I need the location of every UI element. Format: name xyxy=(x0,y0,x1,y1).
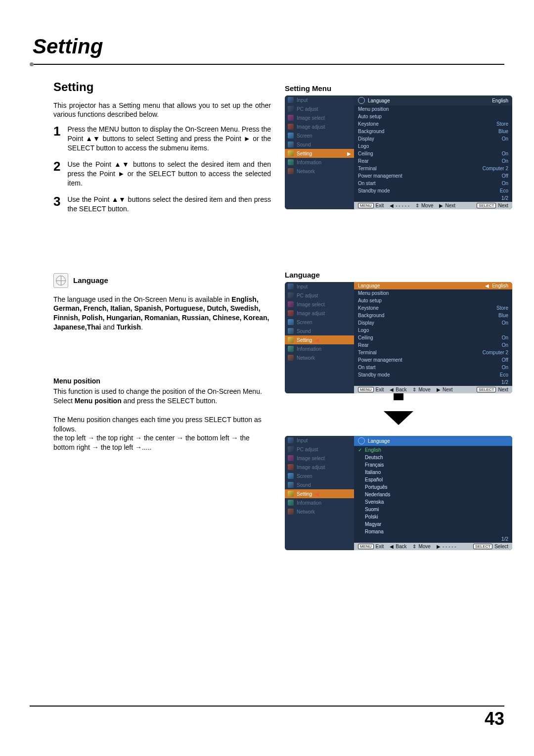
title-rule xyxy=(30,62,504,66)
step-2: 2 Use the Point ▲▼ buttons to select the… xyxy=(53,160,271,188)
row-label: Rear xyxy=(358,158,502,164)
row-label: Display xyxy=(358,136,502,142)
row-label: Logo xyxy=(358,328,508,333)
nav-item-input: Input xyxy=(285,95,354,104)
footer-next: ▶Next xyxy=(437,387,453,392)
row-label: Ceiling xyxy=(358,151,502,156)
nav-label: Information xyxy=(297,500,321,506)
nav-item-pc: PC adjust xyxy=(285,291,354,300)
osd-page-indicator: 1/2 xyxy=(354,378,512,386)
nav-label: Information xyxy=(297,346,321,352)
row-value: On xyxy=(502,365,508,370)
nav-label: PC adjust xyxy=(297,106,318,112)
nav-label: Sound xyxy=(297,482,311,488)
nav-label: Sound xyxy=(297,329,311,334)
sound-icon xyxy=(288,142,294,147)
nav-item-sound: Sound xyxy=(285,327,354,335)
footer-exit: MENUExit xyxy=(358,203,384,208)
osd-rows: Language◀EnglishMenu positionAuto setupK… xyxy=(354,282,512,378)
globe-icon xyxy=(358,97,365,104)
row-label: Display xyxy=(358,320,502,326)
row-label: On start xyxy=(358,365,502,370)
nav-label: Network xyxy=(297,169,315,174)
language-option-list: EnglishDeutschFrançaisItalianoEspañolPor… xyxy=(354,446,512,535)
nav-item-input: Input xyxy=(285,436,354,445)
nav-item-setting: Setting◀ xyxy=(285,489,354,498)
input-icon xyxy=(288,97,294,103)
nav-item-imadj: Image adjust xyxy=(285,463,354,472)
step-number: 2 xyxy=(53,160,60,188)
menu-position-title: Menu position xyxy=(53,377,271,386)
steps-list: 1 Press the MENU button to display the O… xyxy=(53,125,271,213)
step-number: 1 xyxy=(53,125,60,153)
footer-move: ⇕Move xyxy=(415,203,433,208)
nav-item-input: Input xyxy=(285,282,354,291)
row-value: Store xyxy=(496,305,508,311)
pc-icon xyxy=(288,106,294,112)
nav-label: Image select xyxy=(297,302,325,307)
nav-item-network: Network xyxy=(285,353,354,362)
osd-row: BackgroundBlue xyxy=(354,128,512,135)
nav-item-setting: Setting◀ xyxy=(285,335,354,344)
nav-item-imadj: Image adjust xyxy=(285,309,354,318)
row-label: Logo xyxy=(358,143,508,149)
lang-pre: The language used in the On-Screen Menu … xyxy=(53,295,231,303)
pc-icon xyxy=(288,446,294,452)
footer-exit: MENUExit xyxy=(358,387,384,392)
nav-label: Information xyxy=(297,160,321,165)
row-label: Ceiling xyxy=(358,335,502,340)
screen-icon xyxy=(288,133,294,139)
osd-main: Language◀EnglishMenu positionAuto setupK… xyxy=(354,282,512,393)
osd-row: KeystoneStore xyxy=(354,120,512,128)
language-option: English xyxy=(354,446,512,454)
step-text: Use the Point ▲▼ buttons to select the d… xyxy=(67,160,271,188)
setting-icon xyxy=(288,150,294,156)
nav-label: Setting xyxy=(297,491,312,497)
footer-next: ▶Next xyxy=(439,203,455,208)
row-value: Off xyxy=(502,357,508,363)
network-icon xyxy=(288,355,294,361)
osd-row: On startOn xyxy=(354,180,512,187)
footer-select-next: SELECTNext xyxy=(477,203,508,208)
screen-icon xyxy=(288,473,294,479)
nav-label: Setting xyxy=(297,337,312,343)
info-icon xyxy=(288,500,294,506)
input-icon xyxy=(288,284,294,289)
osd-row: Auto setup xyxy=(354,297,512,304)
osd-row: DisplayOn xyxy=(354,135,512,142)
row-label: Auto setup xyxy=(358,298,508,303)
nav-label: Screen xyxy=(297,133,312,139)
osd-footer: MENUExit ◀Back ⇕Move ▶- - - - - SELECTSe… xyxy=(354,543,512,550)
imsel-icon xyxy=(288,455,294,461)
nav-label: PC adjust xyxy=(297,293,318,298)
nav-item-screen: Screen xyxy=(285,131,354,140)
osd-main: Language EnglishDeutschFrançaisItalianoE… xyxy=(354,436,512,550)
footer-move: ⇕Move xyxy=(412,387,430,392)
arrow-down xyxy=(285,393,512,425)
row-label: Terminal xyxy=(358,166,483,171)
osd-row: RearOn xyxy=(354,341,512,349)
nav-item-setting: Setting▶ xyxy=(285,149,354,158)
language-option: Nederlands xyxy=(354,491,512,498)
nav-label: Network xyxy=(297,355,315,361)
row-value: On xyxy=(502,335,508,340)
footer-back: ◀Back xyxy=(390,544,406,549)
main-title: Setting xyxy=(33,35,504,58)
footer-select-next: SELECTNext xyxy=(477,387,508,392)
nav-label: Input xyxy=(297,284,308,289)
osd-row: Auto setup xyxy=(354,113,512,120)
nav-item-sound: Sound xyxy=(285,140,354,149)
row-value: On xyxy=(502,136,508,142)
osd-main: LanguageEnglishMenu positionAuto setupKe… xyxy=(354,95,512,209)
osd-row: On startOn xyxy=(354,364,512,371)
right-column: Setting Menu InputPC adjustImage selectI… xyxy=(285,80,512,550)
step-text: Use the Point ▲▼ buttons select the desi… xyxy=(67,195,271,214)
globe-icon xyxy=(56,276,66,285)
osd-row: Logo xyxy=(354,327,512,334)
row-label: Menu position xyxy=(358,290,508,296)
setting-menu-heading: Setting Menu xyxy=(285,84,512,93)
intro-text: This projector has a Setting menu that a… xyxy=(53,101,271,119)
mp-p1c: and press the SELECT button. xyxy=(122,397,218,405)
row-label: Menu position xyxy=(358,106,508,112)
osd-row: Menu position xyxy=(354,289,512,297)
